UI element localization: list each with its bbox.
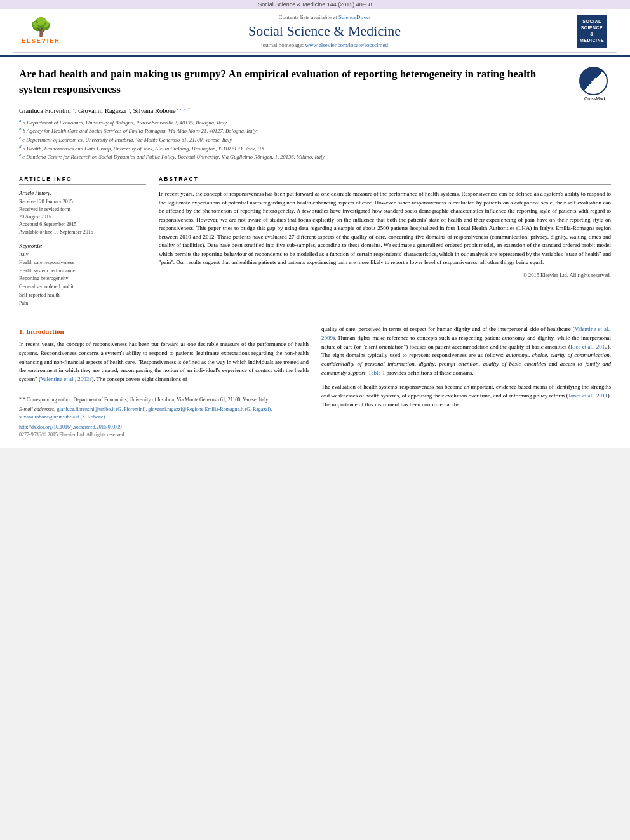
journal-center: Contents lists available at ScienceDirec… [83, 14, 566, 48]
authors-text: Gianluca Fiorentini a, Giovanni Ragazzi … [19, 107, 190, 114]
section-num: 1. [19, 328, 24, 335]
footnote-corresponding-text: * Corresponding author. Department of Ec… [23, 397, 269, 403]
article-info-label: ARTICLE INFO [19, 176, 146, 185]
introduction-heading: 1. Introduction [19, 328, 309, 335]
article-header: Are bad health and pain making us grumpy… [0, 57, 630, 168]
ref-rice-2012: Rice et al., 2012 [570, 343, 608, 350]
history-title: Article history: [19, 190, 146, 196]
affiliation-c: c c Department of Economics, University … [19, 135, 611, 144]
right-para-1: quality of care, perceived in terms of r… [321, 325, 611, 378]
keyword-4: Generalised ordered probit [19, 283, 146, 291]
ref-valentine-2009: Valentine et al., 2009 [321, 326, 611, 341]
article-title: Are bad health and pain making us grumpy… [19, 67, 579, 97]
ref-table1[interactable]: Table 1 [368, 370, 385, 376]
domain-confidentiality: confidentiality of personal information [321, 361, 415, 367]
history-revised-date: 20 August 2015 [19, 213, 146, 221]
homepage-link[interactable]: www.elsevier.com/locate/socscimed [305, 42, 388, 48]
abstract-paragraph: In recent years, the concept of responsi… [159, 190, 611, 267]
keyword-3: Reporting heterogeneity [19, 275, 146, 283]
domain-dignity: dignity [419, 361, 435, 367]
keywords-title: Keywords: [19, 243, 146, 249]
page: Social Science & Medicine 144 (2015) 48–… [0, 0, 630, 448]
citation-text: Social Science & Medicine 144 (2015) 48–… [258, 1, 372, 8]
intro-para-1: In recent years, the concept of responsi… [19, 340, 309, 385]
elsevier-tree-icon: 🌳 [30, 18, 52, 36]
keyword-0: Italy [19, 251, 146, 259]
domain-quality: quality of basic amenities [483, 361, 546, 367]
right-para-2: The evaluation of health systems' respon… [321, 383, 611, 410]
crossmark-icon: ✓ [579, 67, 608, 95]
history-revised-label: Received in revised form [19, 206, 146, 213]
journal-logo-box: SOCIALSCIENCE&MEDICINE [577, 15, 607, 47]
abstract-col: ABSTRACT In recent years, the concept of… [159, 176, 611, 308]
main-content: 1. Introduction In recent years, the con… [0, 316, 630, 448]
affiliation-d: d d Health, Econometrics and Data Group,… [19, 144, 611, 153]
history-online: Available online 10 September 2015 [19, 229, 146, 236]
intro-body-text: In recent years, the concept of responsi… [19, 340, 309, 385]
footnote-email: E-mail addresses: gianluca.fiorentini@un… [19, 406, 309, 421]
keyword-2: Health system performance [19, 267, 146, 276]
domain-clarity: clarity of communication [551, 352, 610, 358]
body-left-col: 1. Introduction In recent years, the con… [19, 325, 309, 439]
domain-autonomy: autonomy [506, 352, 528, 358]
keywords-section: Keywords: Italy Health care responsivene… [19, 243, 146, 308]
copyright-line: © 2015 Elsevier Ltd. All rights reserved… [159, 271, 611, 279]
article-title-row: Are bad health and pain making us grumpy… [19, 67, 611, 101]
keyword-5: Self-reported health [19, 291, 146, 300]
elsevier-wordmark: ELSEVIER [22, 37, 60, 44]
email-addresses: gianluca.fiorentini@unibo.it (G. Fiorent… [19, 406, 272, 420]
doi-line[interactable]: http://dx.doi.org/10.1016/j.socscimed.20… [19, 423, 309, 431]
history-accepted: Accepted 6 September 2015 [19, 221, 146, 229]
homepage-line: journal homepage: www.elsevier.com/locat… [261, 42, 388, 48]
doi-link[interactable]: http://dx.doi.org/10.1016/j.socscimed.20… [19, 424, 122, 430]
abstract-label: ABSTRACT [159, 176, 611, 185]
keyword-6: Pain [19, 300, 146, 308]
affiliation-b: b b Agency for Health Care and Social Se… [19, 126, 611, 135]
article-history: Article history: Received 28 January 201… [19, 190, 146, 236]
article-authors: Gianluca Fiorentini a, Giovanni Ragazzi … [19, 106, 611, 114]
section-title: Introduction [26, 328, 64, 335]
affiliations-list: a a Department of Economics, University … [19, 118, 611, 162]
journal-logo-right: SOCIALSCIENCE&MEDICINE [566, 14, 617, 48]
ref-valentine-2003a: Valentine et al., 2003a [41, 376, 91, 382]
history-received: Received 28 January 2015 [19, 198, 146, 206]
body-right-col: quality of care, perceived in terms of r… [321, 325, 611, 439]
contents-line: Contents lists available at ScienceDirec… [279, 14, 371, 20]
issn-line: 0277-9536/© 2015 Elsevier Ltd. All right… [19, 431, 309, 439]
elsevier-logo: 🌳 ELSEVIER [13, 14, 76, 48]
journal-header: 🌳 ELSEVIER Contents lists available at S… [0, 9, 630, 57]
homepage-text: journal homepage: [261, 42, 304, 48]
right-body-text: quality of care, perceived in terms of r… [321, 325, 611, 410]
domain-prompt: prompt attention [439, 361, 478, 367]
contents-text: Contents lists available at [279, 14, 337, 20]
footnote-corresponding: * * Corresponding author. Department of … [19, 396, 309, 404]
affiliation-e: e e Dondena Centre for Research on Socia… [19, 152, 611, 161]
crossmark-label: CrossMark [579, 97, 611, 101]
email-label: E-mail addresses: [19, 406, 56, 412]
ref-jones-2011: Jones et al., 2011 [568, 392, 608, 399]
journal-top-bar: 🌳 ELSEVIER Contents lists available at S… [13, 14, 617, 53]
sciencedirect-link[interactable]: ScienceDirect [338, 14, 370, 20]
journal-title: Social Science & Medicine [248, 23, 401, 39]
article-info-col: ARTICLE INFO Article history: Received 2… [19, 176, 146, 308]
body-two-col: 1. Introduction In recent years, the con… [19, 325, 611, 439]
abstract-text: In recent years, the concept of responsi… [159, 190, 611, 279]
footnote-area: * * Corresponding author. Department of … [19, 392, 309, 439]
keyword-1: Health care responsiveness [19, 259, 146, 267]
info-abstract-section: ARTICLE INFO Article history: Received 2… [0, 168, 630, 316]
domain-choice: choice [532, 352, 547, 358]
crossmark-badge: ✓ CrossMark [579, 67, 611, 101]
affiliation-a: a a Department of Economics, University … [19, 118, 611, 127]
citation-bar: Social Science & Medicine 144 (2015) 48–… [0, 0, 630, 9]
